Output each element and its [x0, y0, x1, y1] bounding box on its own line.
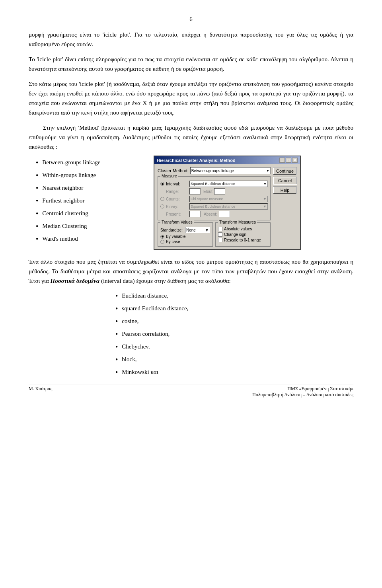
- standardize-row: Standardize: None ▼: [160, 227, 210, 233]
- counts-radio[interactable]: [160, 197, 164, 201]
- distance-list-item: Euclidean distance,: [115, 291, 353, 302]
- binary-radio[interactable]: [160, 204, 164, 208]
- interval-value: Squared Euclidean distance: [191, 182, 235, 186]
- elout-label: Elout: [203, 189, 212, 194]
- rescale-checkbox[interactable]: [218, 238, 222, 242]
- para3-text: Στο κάτω μέρος του 'icicle plot' (ή ισοδ…: [29, 81, 353, 116]
- rescale-label: Rescale to 0-1 range: [224, 238, 261, 242]
- para5-italic: Ποσοτικά δεδομένα: [51, 278, 100, 284]
- two-column-section: Between-groups linkageWithin-groups link…: [29, 156, 353, 250]
- change-sign-row: Change sign: [218, 232, 268, 237]
- present-input[interactable]: [189, 211, 201, 217]
- counts-select[interactable]: Chi-square measure ▼: [189, 196, 268, 202]
- binary-label: Binary:: [166, 204, 188, 209]
- methods-list-item: Nearest neighbor: [36, 183, 144, 194]
- cluster-method-label: Cluster Method:: [158, 168, 189, 173]
- page: 6 μορφή γραφήματος είναι το 'icicle plot…: [0, 0, 382, 404]
- page-num-text: 6: [189, 16, 193, 22]
- transform-measures-title: Transform Measures: [218, 220, 257, 224]
- by-variable-label: By variable: [166, 234, 185, 239]
- dialog-body: Cluster Method: Between-groups linkage ▼…: [154, 164, 300, 249]
- range-label: Range:: [166, 189, 188, 194]
- absolute-values-label: Absolute values: [224, 227, 252, 231]
- bottom-groups: Transform Values Standardize: None ▼: [158, 222, 271, 247]
- present-label: Present:: [166, 212, 188, 216]
- change-sign-checkbox[interactable]: [218, 232, 222, 237]
- cancel-button[interactable]: Cancel: [273, 177, 297, 185]
- distance-list: Euclidean distance,squared Euclidean dis…: [108, 291, 353, 378]
- standardize-value: None: [186, 228, 196, 232]
- measure-group: Measure Interval: Squared Euclidean dist…: [158, 176, 271, 220]
- cluster-method-value: Between-groups linkage: [191, 169, 234, 173]
- measure-group-title: Measure: [160, 174, 178, 178]
- footer-right-line1: ΠΜΣ «Εφαρμοσμένη Στατιστική»: [252, 386, 353, 392]
- interval-arrow: ▼: [263, 182, 267, 186]
- distance-list-item: Chebychev,: [115, 342, 353, 352]
- distance-list-item: block,: [115, 355, 353, 365]
- transform-values-group: Transform Values Standardize: None ▼: [158, 222, 213, 247]
- paragraph-5: Ένα άλλο στοιχείο που μας ζητείται να συ…: [29, 257, 353, 286]
- interval-select[interactable]: Squared Euclidean distance ▼: [189, 181, 268, 187]
- distance-list-item: Minkowski και: [115, 368, 353, 378]
- continue-button[interactable]: Continue: [273, 167, 297, 175]
- by-case-label: By case: [166, 239, 180, 244]
- methods-list-item: Within-groups linkage: [36, 171, 144, 181]
- distance-list-item: cosine,: [115, 317, 353, 327]
- paragraph-2: Το 'icicle plot' δίνει επίσης πληροφορίε…: [29, 55, 353, 74]
- binary-select[interactable]: Squared Euclidean distance ▼: [189, 203, 268, 210]
- cluster-method-arrow: ▼: [266, 169, 269, 173]
- footer-left: Μ. Κούτρας: [29, 386, 52, 398]
- dialog-title: Hierarchical Cluster Analysis: Method: [157, 158, 236, 163]
- paragraph-3: Στο κάτω μέρος του 'icicle plot' (ή ισοδ…: [29, 79, 353, 117]
- dialog-close-btn[interactable]: ✕: [292, 158, 298, 163]
- by-case-radio[interactable]: [160, 240, 164, 244]
- dialog-minimize-btn[interactable]: _: [279, 158, 285, 163]
- paragraph-4a: Στην επιλογή 'Method' βρίσκεται η καρδιά…: [29, 123, 353, 152]
- methods-list: Between-groups linkageWithin-groups link…: [29, 158, 144, 245]
- range-row: Range: Elout: [160, 188, 268, 195]
- methods-list-item: Furthest neighbor: [36, 196, 144, 206]
- absolute-values-row: Absolute values: [218, 227, 268, 231]
- paragraph-1: μορφή γραφήματος είναι το 'icicle plot'.…: [29, 30, 353, 49]
- cluster-method-select[interactable]: Between-groups linkage ▼: [190, 167, 271, 174]
- help-button[interactable]: Help: [273, 186, 297, 194]
- by-variable-radio[interactable]: [160, 235, 164, 239]
- methods-list-item: Centroid clustering: [36, 209, 144, 219]
- counts-label: Counts:: [166, 197, 188, 201]
- dialog-titlebar-buttons: _ □ ✕: [279, 158, 298, 163]
- methods-list-item: Median Clustering: [36, 222, 144, 232]
- dialog-titlebar: Hierarchical Cluster Analysis: Method _ …: [154, 156, 300, 164]
- range-input[interactable]: [189, 188, 201, 195]
- interval-label: Interval:: [166, 182, 188, 186]
- dialog-box: Hierarchical Cluster Analysis: Method _ …: [154, 156, 301, 250]
- cluster-method-row: Cluster Method: Between-groups linkage ▼: [158, 167, 271, 174]
- para1-text: μορφή γραφήματος είναι το 'icicle plot'.…: [29, 31, 353, 47]
- elout-input[interactable]: [214, 188, 225, 195]
- distance-list-item: squared Euclidean distance,: [115, 304, 353, 314]
- page-number: 6: [29, 16, 353, 23]
- binary-value: Squared Euclidean distance: [191, 204, 235, 208]
- methods-list-item: Ward's method: [36, 234, 144, 245]
- counts-value: Chi-square measure: [191, 197, 223, 201]
- binary-arrow: ▼: [263, 204, 267, 208]
- para5-end: (interval data) έχουμε στην διάθεση μας …: [101, 278, 231, 284]
- interval-radio[interactable]: [160, 182, 164, 186]
- standardize-select[interactable]: None ▼: [185, 227, 210, 233]
- footer: Μ. Κούτρας ΠΜΣ «Εφαρμοσμένη Στατιστική» …: [29, 384, 353, 398]
- rescale-row: Rescale to 0-1 range: [218, 238, 268, 242]
- footer-right-line2: Πολυμεταβλητή Ανάλυση – Ανάλυση κατά συσ…: [252, 392, 353, 398]
- dialog-side-buttons: Continue Cancel Help: [273, 167, 297, 247]
- standardize-arrow: ▼: [205, 228, 209, 232]
- absolute-values-checkbox[interactable]: [218, 227, 222, 231]
- standardize-label: Standardize:: [160, 228, 183, 232]
- methods-list-item: Between-groups linkage: [36, 158, 144, 168]
- absent-input[interactable]: [219, 211, 230, 217]
- change-sign-label: Change sign: [224, 232, 246, 237]
- by-case-row: By case: [160, 239, 210, 244]
- dialog-maximize-btn[interactable]: □: [286, 158, 291, 163]
- dialog-column: Hierarchical Cluster Analysis: Method _ …: [154, 156, 353, 250]
- transform-measures-group: Transform Measures Absolute values Chang…: [215, 222, 271, 247]
- present-absent-row: Present: Absent:: [160, 211, 268, 217]
- methods-column: Between-groups linkageWithin-groups link…: [29, 156, 144, 247]
- interval-radio-row: Interval: Squared Euclidean distance ▼: [160, 181, 268, 187]
